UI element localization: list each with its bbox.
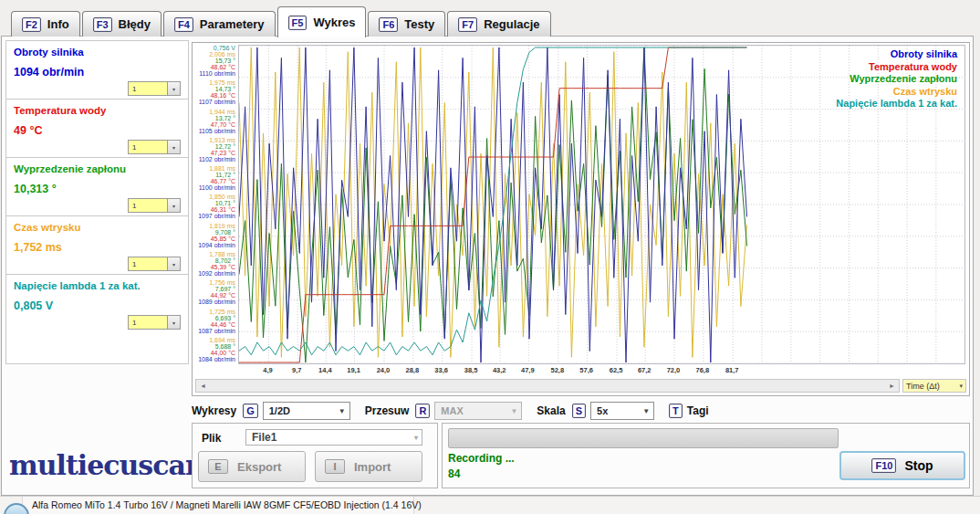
chevron-down-icon: ▼	[510, 407, 517, 415]
import-button[interactable]: I Import	[315, 451, 422, 482]
y-tick-deg: 6,693 °	[193, 315, 237, 321]
plik-label: Plik	[202, 432, 221, 445]
y-tick-celsius: 48,16 °C	[193, 92, 237, 99]
scrollbar-track[interactable]	[210, 380, 885, 392]
skala-select[interactable]: 5x ▼	[590, 402, 654, 420]
time-axis-select[interactable]: Time (Δt) ▾	[902, 379, 966, 393]
chart-controls: Wykresy G 1/2D ▼ Przesuw R MAX ▼ Skala S…	[192, 400, 715, 422]
y-tick-rpm: 1092 obr/min	[193, 270, 237, 277]
y-axis-group: 1,881 ms11,72 °46,77 °C1100 obr/min	[193, 165, 237, 191]
tab-label: Błędy	[119, 17, 151, 31]
fkey-badge: F4	[174, 17, 193, 32]
stop-button[interactable]: F10 Stop	[839, 451, 965, 480]
app-logo: multiecuscan	[9, 449, 204, 481]
chevron-down-icon: ▾	[167, 141, 180, 153]
panel-scale-select[interactable]: 1▾	[128, 140, 181, 154]
parameter-value: 10,313 °	[14, 183, 57, 195]
x-tick-label: 62,5	[610, 366, 623, 374]
eksport-button[interactable]: E Eksport	[198, 451, 306, 482]
scroll-right-icon[interactable]: ►	[885, 380, 899, 392]
panel-scale-select[interactable]: 1▾	[128, 198, 181, 213]
y-tick-ms: 1,913 ms	[193, 137, 237, 143]
wykresy-select[interactable]: 1/2D ▼	[263, 402, 350, 420]
x-tick-label: 67,2	[638, 366, 652, 374]
tab-info[interactable]: F2Info	[11, 11, 80, 37]
tab-parametery[interactable]: F4Parametery	[163, 11, 276, 37]
file-select[interactable]: File1 ▾	[245, 429, 422, 446]
y-tick-celsius: 44,92 °C	[193, 292, 237, 299]
y-tick-deg: 12,72 °	[193, 143, 237, 150]
vehicle-info: Alfa Romeo MiTo 1.4 Turbo 16V / Magneti …	[22, 497, 414, 514]
y-tick-ms: 1,881 ms	[193, 165, 237, 172]
y-axis-group: 1,850 ms10,71 °46,31 °C1097 obr/min	[193, 194, 237, 219]
parameter-value: 0,805 V	[14, 299, 53, 312]
y-tick-ms: 2,006 ms	[193, 51, 237, 58]
przesuw-select[interactable]: MAX ▼	[434, 402, 522, 420]
chart-plot-area: Obroty silnikaTemperatura wodyWyprzedzen…	[238, 45, 965, 364]
panel-scale-select[interactable]: 1▾	[128, 315, 181, 330]
key-badge-g: G	[243, 404, 258, 418]
y-tick-celsius: 44,00 °C	[193, 350, 237, 356]
y-tick-volt: 0,756 V	[193, 45, 237, 51]
key-badge-i: I	[325, 459, 345, 474]
skala-label: Skala	[537, 404, 565, 417]
parameter-name: Wyprzedzenie zapłonu	[14, 163, 126, 174]
parameter-panel: Napięcie lambda 1 za kat.0,805 V1▾	[5, 274, 189, 364]
parameter-panel: Czas wtrysku1,752 ms1▾	[5, 215, 189, 275]
time-axis-value: Time (Δt)	[906, 382, 940, 391]
y-axis-group: 0,756 V2,006 ms15,73 °48,62 °C1110 obr/m…	[193, 45, 237, 77]
chevron-down-icon: ▾	[414, 434, 418, 442]
tab-label: Testy	[404, 17, 434, 31]
y-tick-rpm: 1100 obr/min	[193, 184, 237, 191]
chart-legend: Obroty silnikaTemperatura wodyWyprzedzen…	[836, 48, 957, 110]
panel-scale-select[interactable]: 1▾	[128, 81, 181, 96]
chevron-down-icon: ▾	[167, 316, 180, 329]
parameter-name: Temperatura wody	[14, 105, 106, 116]
chart-scroll-row: ◄ ► Time (Δt) ▾	[195, 379, 966, 393]
parameter-name: Napięcie lambda 1 za kat.	[14, 280, 141, 291]
panel-scale-select[interactable]: 1▾	[128, 257, 181, 271]
y-tick-ms: 1,756 ms	[193, 279, 237, 286]
x-tick-label: 72,0	[667, 366, 681, 374]
trace-obroty-silnika	[239, 47, 747, 362]
y-tick-deg: 10,71 °	[193, 200, 237, 206]
key-badge-r: R	[415, 404, 430, 418]
y-tick-deg: 11,72 °	[193, 172, 237, 178]
content-panel: Obroty silnika1094 obr/min1▾Temperatura …	[1, 36, 974, 496]
y-tick-ms: 1,850 ms	[193, 194, 237, 200]
przesuw-label: Przesuw	[365, 404, 410, 417]
y-tick-deg: 14,73 °	[193, 86, 237, 92]
legend-item: Czas wtrysku	[836, 86, 957, 99]
progress-bar	[448, 428, 839, 448]
wykresy-value: 1/2D	[269, 405, 290, 416]
y-tick-deg: 15,73 °	[193, 58, 237, 64]
scroll-left-icon[interactable]: ◄	[196, 380, 210, 392]
file-select-value: File1	[252, 431, 276, 444]
parameter-panel: Wyprzedzenie zapłonu10,313 °1▾	[5, 157, 189, 216]
y-tick-rpm: 1087 obr/min	[193, 328, 237, 334]
panel-scale-value: 1	[129, 260, 167, 268]
y-axis-group: 1,819 ms9,708 °45,85 °C1094 obr/min	[193, 223, 237, 248]
x-tick-label: 14,4	[318, 366, 332, 374]
tab-regulacje[interactable]: F7Regulacje	[447, 11, 550, 37]
y-tick-deg: 5,688 °	[193, 343, 237, 350]
chart-scrollbar[interactable]: ◄ ►	[195, 379, 900, 393]
y-tick-celsius: 46,31 °C	[193, 206, 237, 213]
eksport-label: Eksport	[237, 460, 281, 474]
tab-bar: F2InfoF3BłędyF4ParameteryF5WykresF6Testy…	[11, 6, 551, 37]
y-tick-celsius: 48,62 °C	[193, 64, 237, 70]
y-tick-celsius: 47,23 °C	[193, 150, 237, 156]
y-tick-ms: 1,819 ms	[193, 223, 237, 229]
panel-scale-value: 1	[129, 202, 167, 210]
tab-błędy[interactable]: F3Błędy	[82, 11, 162, 37]
key-badge-t: T	[669, 404, 683, 418]
key-badge-s: S	[572, 404, 586, 418]
tagi-label[interactable]: Tagi	[687, 404, 709, 417]
x-tick-label: 24,0	[377, 366, 391, 374]
tab-testy[interactable]: F6Testy	[368, 11, 445, 37]
fkey-badge: F7	[458, 17, 477, 32]
y-tick-deg: 7,697 °	[193, 286, 237, 292]
x-tick-label: 19,1	[347, 366, 360, 374]
x-tick-label: 47,9	[521, 366, 535, 374]
tab-wykres[interactable]: F5Wykres	[277, 6, 367, 37]
